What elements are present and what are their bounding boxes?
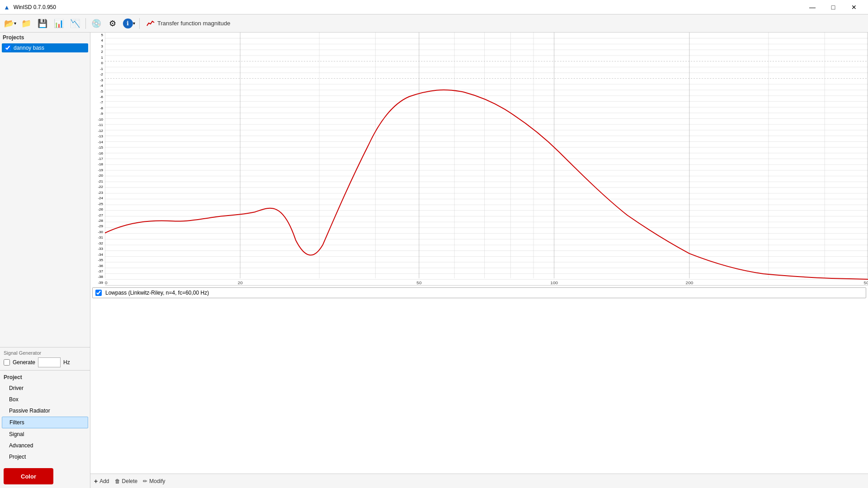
delete-filter-button[interactable]: 🗑 Delete xyxy=(115,478,138,484)
filter-name: Lowpass (Linkwitz-Riley, n=4, fc=60,00 H… xyxy=(105,290,209,296)
svg-text:200: 200 xyxy=(686,280,693,285)
projects-section: Projects dannoy bass xyxy=(0,33,90,53)
color-button-section: Color xyxy=(0,465,90,488)
export2-button[interactable]: 📉 xyxy=(68,16,82,31)
app-icon: ▲ xyxy=(4,4,10,11)
open-button[interactable]: 📂▾ xyxy=(3,16,17,31)
graph-icon xyxy=(146,19,155,28)
project-nav-label: Project xyxy=(0,372,90,382)
filter-item[interactable]: Lowpass (Linkwitz-Riley, n=4, fc=60,00 H… xyxy=(92,287,866,298)
filter-checkbox[interactable] xyxy=(95,290,102,296)
chart-icon: 📊 xyxy=(54,19,64,28)
graph-title-label: Transfer function magnitude xyxy=(146,19,230,28)
signal-generator-label: Signal Generator xyxy=(4,350,86,356)
delete-icon: 🗑 xyxy=(115,478,120,484)
signal-generator-section: Signal Generator Generate 1000 Hz xyxy=(0,347,90,370)
nav-item-project[interactable]: Project xyxy=(2,451,88,462)
project-checkbox[interactable] xyxy=(5,45,11,51)
generate-checkbox[interactable] xyxy=(4,359,10,366)
folder-icon: 📁 xyxy=(21,19,31,28)
projects-label: Projects xyxy=(0,33,90,42)
folder-open-icon: 📂 xyxy=(4,19,14,28)
add-label: Add xyxy=(99,478,109,484)
modify-icon: ✏ xyxy=(143,478,147,484)
gear-icon: ⚙ xyxy=(109,19,116,28)
toolbar: 📂▾ 📁 💾 📊 📉 💿 ⚙ ℹ ▾ Transfer function mag… xyxy=(0,14,868,33)
modify-label: Modify xyxy=(149,478,165,484)
left-panel: Projects dannoy bass Signal Generator Ge… xyxy=(0,33,90,488)
nav-item-box[interactable]: Box xyxy=(2,394,88,405)
chart2-icon: 📉 xyxy=(70,19,80,28)
chart-svg: 10 20 50 100 200 500 xyxy=(105,33,868,285)
export1-button[interactable]: 📊 xyxy=(52,16,66,31)
save-icon: 💾 xyxy=(38,19,47,28)
graph-section: 10 20 50 100 200 500 xyxy=(90,33,868,286)
projects-list: dannoy bass xyxy=(0,42,90,53)
disk-button[interactable]: 💿 xyxy=(89,16,104,31)
maximize-button[interactable]: □ xyxy=(823,0,844,14)
modify-filter-button[interactable]: ✏ Modify xyxy=(143,478,165,484)
svg-text:10: 10 xyxy=(105,280,108,285)
color-button[interactable]: Color xyxy=(4,468,53,484)
nav-item-signal[interactable]: Signal xyxy=(2,429,88,440)
app-title: WinISD 0.7.0.950 xyxy=(14,4,56,10)
delete-label: Delete xyxy=(122,478,138,484)
toolbar-separator xyxy=(85,18,86,29)
chart-area: 10 20 50 100 200 500 xyxy=(105,33,868,285)
project-name: dannoy bass xyxy=(14,45,44,51)
svg-text:20: 20 xyxy=(238,280,243,285)
frequency-input[interactable]: 1000 xyxy=(38,357,61,367)
y-axis xyxy=(90,33,105,285)
add-filter-button[interactable]: + Add xyxy=(94,478,109,485)
filters-toolbar: + Add 🗑 Delete ✏ Modify xyxy=(90,474,868,488)
generate-label: Generate xyxy=(13,359,35,366)
nav-item-filters[interactable]: Filters xyxy=(2,417,88,428)
project-item[interactable]: dannoy bass xyxy=(2,43,88,52)
svg-text:100: 100 xyxy=(550,280,558,285)
project-nav-section: Project Driver Box Passive Radiator Filt… xyxy=(0,370,90,465)
frequency-unit: Hz xyxy=(63,359,70,366)
right-area: 10 20 50 100 200 500 xyxy=(90,33,868,488)
svg-text:50: 50 xyxy=(416,280,422,285)
nav-item-driver[interactable]: Driver xyxy=(2,383,88,394)
save-button[interactable]: 💾 xyxy=(35,16,50,31)
open2-button[interactable]: 📁 xyxy=(19,16,33,31)
info-button[interactable]: ℹ ▾ xyxy=(122,16,136,31)
info-icon: ℹ xyxy=(123,19,133,28)
toolbar-separator2 xyxy=(139,18,140,29)
nav-item-passive-radiator[interactable]: Passive Radiator xyxy=(2,405,88,416)
filters-list: Lowpass (Linkwitz-Riley, n=4, fc=60,00 H… xyxy=(90,286,868,474)
settings-button[interactable]: ⚙ xyxy=(105,16,120,31)
disk-icon: 💿 xyxy=(91,19,101,28)
minimize-button[interactable]: — xyxy=(802,0,823,14)
filters-section: Lowpass (Linkwitz-Riley, n=4, fc=60,00 H… xyxy=(90,286,868,488)
close-button[interactable]: ✕ xyxy=(844,0,864,14)
add-icon: + xyxy=(94,478,98,485)
title-bar: ▲ WinISD 0.7.0.950 — □ ✕ xyxy=(0,0,868,14)
svg-text:500: 500 xyxy=(864,280,868,285)
nav-item-advanced[interactable]: Advanced xyxy=(2,440,88,451)
